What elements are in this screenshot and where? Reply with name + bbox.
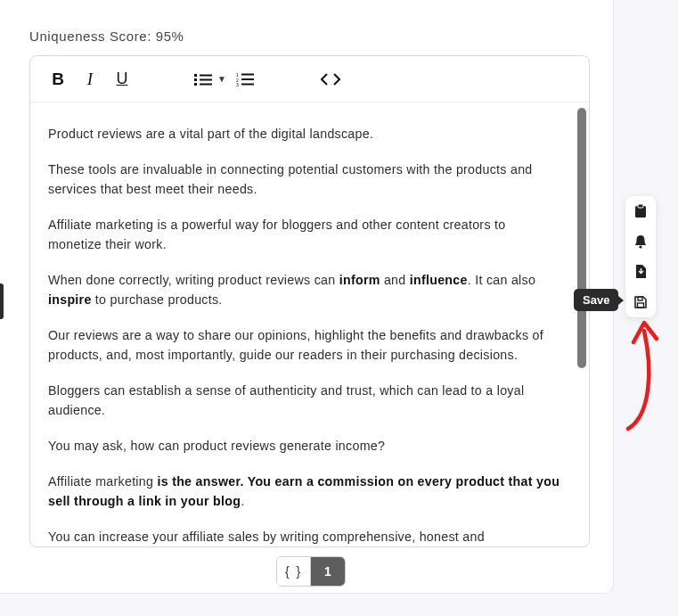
pager: { } 1 [276, 556, 346, 587]
pager-brackets-button[interactable]: { } [277, 557, 311, 586]
underline-button[interactable]: U [109, 66, 135, 93]
save-tooltip: Save [574, 289, 618, 311]
notification-icon[interactable] [633, 234, 649, 250]
svg-rect-1 [200, 74, 212, 76]
save-icon[interactable] [633, 294, 649, 310]
paragraph: You may ask, how can product reviews gen… [48, 436, 562, 456]
left-handle[interactable] [0, 283, 4, 319]
scrollbar-thumb[interactable] [577, 108, 586, 368]
svg-text:3: 3 [236, 82, 239, 86]
svg-rect-9 [241, 78, 254, 80]
svg-rect-11 [241, 83, 254, 85]
main-panel: Uniqueness Score: 95% B I U ▼ 1 [0, 0, 614, 594]
paragraph: Affiliate marketing is a powerful way fo… [48, 215, 562, 254]
svg-rect-4 [194, 83, 197, 86]
svg-rect-0 [194, 74, 197, 77]
chevron-down-icon: ▼ [217, 74, 226, 84]
paragraph: You can increase your affiliate sales by… [48, 527, 562, 546]
paragraph: When done correctly, writing product rev… [48, 270, 562, 309]
clipboard-icon[interactable] [633, 203, 649, 219]
editor-toolbar: B I U ▼ 1 2 [30, 56, 589, 103]
code-button[interactable] [317, 66, 344, 93]
annotation-arrow [619, 317, 664, 433]
svg-rect-7 [241, 73, 254, 75]
svg-rect-5 [200, 83, 212, 85]
editor-body-wrap: Product reviews are a vital part of the … [30, 103, 589, 546]
paragraph: Product reviews are a vital part of the … [48, 124, 562, 144]
editor-card: B I U ▼ 1 2 [29, 55, 590, 547]
paragraph: These tools are invaluable in connecting… [48, 160, 562, 199]
svg-rect-3 [200, 78, 212, 80]
side-toolbar [625, 196, 656, 317]
uniqueness-score: Uniqueness Score: 95% [29, 29, 184, 44]
italic-button[interactable]: I [77, 66, 103, 93]
paragraph: Bloggers can establish a sense of authen… [48, 381, 562, 420]
paragraph: Our reviews are a way to share our opini… [48, 325, 562, 365]
paragraph: Affiliate marketing is the answer. You e… [48, 472, 562, 511]
editor-body[interactable]: Product reviews are a vital part of the … [30, 103, 589, 546]
svg-rect-2 [194, 78, 197, 81]
svg-rect-15 [638, 297, 642, 300]
numbered-list-button[interactable]: 1 2 3 [232, 66, 258, 93]
svg-rect-13 [638, 204, 643, 208]
pager-page-1[interactable]: 1 [311, 557, 345, 586]
bullet-list-button[interactable]: ▼ [194, 66, 226, 93]
bold-button[interactable]: B [45, 66, 71, 93]
download-icon[interactable] [633, 264, 649, 280]
svg-point-14 [639, 245, 641, 248]
